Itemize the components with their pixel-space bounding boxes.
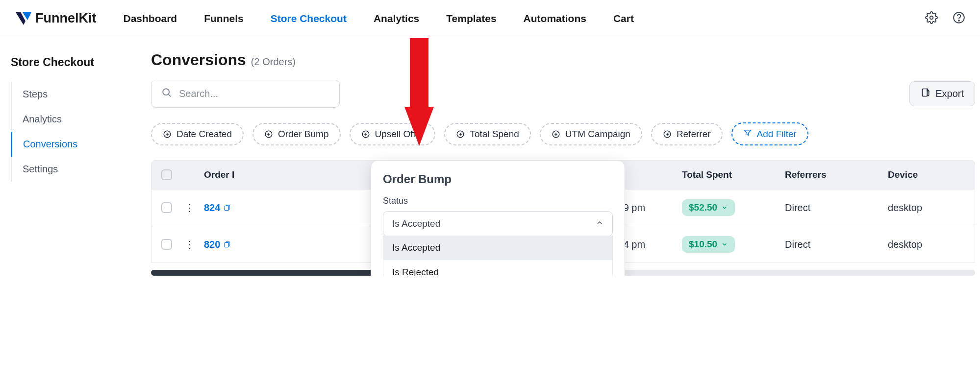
filter-icon [743,128,752,140]
nav-dashboard[interactable]: Dashboard [123,13,177,24]
filter-bar: Date Created Order Bump Upsell Offer Tot… [151,122,975,145]
top-navbar: FunnelKit Dashboard Funnels Store Checko… [0,0,980,37]
col-spent-header[interactable]: Total Spent [682,169,785,180]
row-referrer: Direct [785,202,888,214]
page-title: Conversions [151,51,246,69]
brand-mark-icon [15,11,32,26]
svg-point-3 [163,89,169,95]
primary-nav: Dashboard Funnels Store Checkout Analyti… [123,13,925,24]
sidebar: Store Checkout Steps Analytics Conversio… [0,37,127,276]
nav-analytics[interactable]: Analytics [374,13,419,24]
page-subtitle: (2 Orders) [251,56,296,68]
chip-label: Referrer [677,129,711,140]
sidebar-item-settings[interactable]: Settings [12,157,117,182]
row-device: desktop [888,202,965,214]
select-all-checkbox[interactable] [161,169,172,180]
filter-chip-date-created[interactable]: Date Created [151,123,244,145]
chip-label: Order Bump [278,129,328,140]
plus-circle-icon [264,130,273,139]
row-device: desktop [888,239,965,250]
nav-funnels[interactable]: Funnels [204,13,244,24]
search-input[interactable]: Search... [151,80,340,108]
row-checkbox[interactable] [161,239,172,250]
plus-circle-icon [456,130,465,139]
header-actions [925,11,965,26]
status-options: Is Accepted Is Rejected [383,236,613,276]
add-filter-label: Add Filter [757,129,797,140]
export-button[interactable]: Export [909,81,975,106]
brand-logo[interactable]: FunnelKit [15,11,96,26]
order-bump-filter-popover: Order Bump Status Is Accepted Is Accepte… [371,161,625,276]
add-filter-button[interactable]: Add Filter [731,122,808,145]
sidebar-item-analytics[interactable]: Analytics [12,107,117,132]
plus-circle-icon [663,130,672,139]
nav-cart[interactable]: Cart [613,13,634,24]
main-content: Conversions (2 Orders) Search... Export … [127,37,980,276]
total-spent-badge[interactable]: $52.50 [682,199,735,216]
order-link[interactable]: 824 [204,202,248,214]
svg-point-0 [930,16,933,19]
gear-icon[interactable] [925,11,938,26]
status-label: Status [383,196,613,206]
help-icon[interactable] [953,11,965,26]
svg-rect-4 [923,89,928,96]
plus-circle-icon [361,130,370,139]
col-device-header[interactable]: Device [888,169,965,180]
status-selected-value: Is Accepted [392,218,440,229]
filter-chip-referrer[interactable]: Referrer [651,123,723,145]
brand-name: FunnelKit [35,11,96,26]
sidebar-item-conversions[interactable]: Conversions [11,132,117,157]
svg-rect-12 [225,242,228,247]
chevron-up-icon [596,218,603,229]
svg-rect-11 [225,206,228,210]
filter-chip-order-bump[interactable]: Order Bump [252,123,340,145]
col-order-header[interactable]: Order I [204,169,248,180]
status-option-accepted[interactable]: Is Accepted [383,236,612,260]
filter-chip-total-spend[interactable]: Total Spend [444,123,530,145]
nav-store-checkout[interactable]: Store Checkout [271,13,347,24]
chip-label: Total Spend [470,129,519,140]
plus-circle-icon [552,130,560,139]
status-option-rejected[interactable]: Is Rejected [383,260,612,276]
row-checkbox[interactable] [161,202,172,213]
col-referrers-header[interactable]: Referrers [785,169,888,180]
kebab-icon[interactable]: ⋮ [184,238,204,250]
status-select[interactable]: Is Accepted [383,211,613,237]
export-icon [921,88,930,100]
svg-point-2 [958,20,959,21]
chip-label: Date Created [176,129,232,140]
export-label: Export [935,88,964,99]
popover-title: Order Bump [383,172,613,186]
row-referrer: Direct [785,239,888,250]
search-icon [161,87,172,100]
annotation-arrow-icon [402,38,436,153]
nav-automations[interactable]: Automations [524,13,586,24]
filter-chip-utm-campaign[interactable]: UTM Campaign [540,123,642,145]
chip-label: UTM Campaign [565,129,630,140]
plus-circle-icon [163,130,172,139]
nav-templates[interactable]: Templates [446,13,496,24]
sidebar-item-steps[interactable]: Steps [12,82,117,107]
order-link[interactable]: 820 [204,239,248,250]
total-spent-badge[interactable]: $10.50 [682,236,735,253]
page-header: Conversions (2 Orders) [151,51,975,69]
search-placeholder: Search... [179,88,218,99]
sidebar-title: Store Checkout [11,56,117,69]
kebab-icon[interactable]: ⋮ [184,202,204,214]
